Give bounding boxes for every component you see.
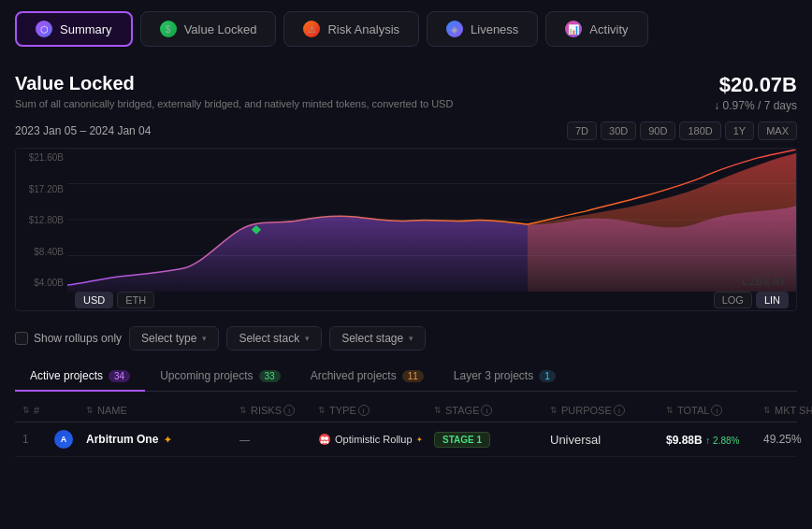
svg-point-7	[321, 441, 324, 444]
header-mktshare[interactable]: ⇅ MKT SHARE i	[763, 405, 812, 416]
stage-badge: STAGE 1	[434, 432, 490, 448]
header-total[interactable]: ⇅ TOTAL i	[666, 405, 760, 416]
currency-btn-usd[interactable]: USD	[75, 292, 113, 308]
project-tab-upcoming-label: Upcoming projects	[160, 369, 253, 382]
currency-btn-eth[interactable]: ETH	[117, 292, 154, 308]
select-stage-dropdown[interactable]: Select stage ▾	[329, 326, 426, 350]
project-tab-active[interactable]: Active projects 34	[15, 362, 145, 392]
activity-icon: 📊	[565, 21, 582, 37]
select-stage-chevron: ▾	[409, 334, 413, 343]
valuelocked-icon: $	[160, 21, 177, 37]
time-btn-7d[interactable]: 7D	[567, 122, 597, 140]
header-type-label: TYPE	[329, 405, 356, 416]
time-btn-90d[interactable]: 90D	[640, 122, 675, 140]
rollups-only-label: Show rollups only	[34, 332, 122, 345]
project-tab-active-label: Active projects	[30, 369, 103, 382]
svg-point-5	[321, 436, 325, 440]
row-purpose: Universal	[550, 433, 662, 447]
header-rank[interactable]: ⇅ #	[22, 405, 51, 416]
tab-riskanalysis[interactable]: ⚠ Risk Analysis	[283, 11, 419, 47]
project-tab-layer3[interactable]: Layer 3 projects 1	[439, 362, 571, 392]
scale-btn-log[interactable]: LOG	[714, 292, 752, 308]
y-label-3: $12.80B	[20, 215, 64, 225]
select-type-label: Select type	[141, 332, 196, 345]
select-stack-dropdown[interactable]: Select stack ▾	[226, 326, 322, 350]
vl-change-period: / 7 days	[758, 99, 797, 112]
row-mkt-share: 49.25%	[763, 433, 812, 446]
chart-controls: 2023 Jan 05 – 2024 Jan 04 7D 30D 90D 180…	[15, 122, 797, 140]
header-name[interactable]: ⇅ NAME	[86, 405, 236, 416]
header-name-label: NAME	[97, 405, 127, 416]
header-mktshare-label: MKT SHARE	[775, 405, 812, 416]
optimistic-rollup-icon	[318, 433, 331, 446]
stage-info-icon: i	[481, 405, 492, 416]
vl-change: ↓ 0.97% / 7 days	[714, 99, 797, 112]
y-label-5: $4.00B	[20, 278, 64, 288]
sort-mkt-icon: ⇅	[763, 406, 771, 415]
table-row[interactable]: 1 A Arbitrum One ✦ — Optimistic Rollup	[15, 422, 797, 457]
header-risks-label: RISKS	[251, 405, 282, 416]
time-btn-180d[interactable]: 180D	[679, 122, 720, 140]
arbitrum-avatar: A	[54, 430, 73, 449]
row-total-value: $9.88B	[666, 434, 703, 447]
risks-info-icon: i	[283, 405, 295, 416]
header-type[interactable]: ⇅ TYPE i	[318, 405, 430, 416]
row-risks: —	[239, 434, 314, 445]
project-tab-archived-label: Archived projects	[311, 369, 397, 382]
value-locked-header: Value Locked Sum of all canonically brid…	[15, 73, 797, 112]
liveness-icon: ◈	[446, 21, 463, 37]
total-info-icon: i	[711, 405, 722, 416]
header-risks[interactable]: ⇅ RISKS i	[239, 405, 314, 416]
project-tab-archived[interactable]: Archived projects 11	[296, 362, 439, 392]
time-btn-1y[interactable]: 1Y	[725, 122, 754, 140]
y-label-4: $8.40B	[20, 247, 64, 257]
type-info-icon: i	[358, 405, 370, 416]
row-total-change: ↑ 2.88%	[705, 436, 739, 446]
tab-liveness-label: Liveness	[471, 22, 518, 36]
tab-valuelocked-label: Value Locked	[184, 22, 257, 36]
nav-tabs: ⬡ Summary $ Value Locked ⚠ Risk Analysis…	[0, 0, 812, 58]
tab-summary[interactable]: ⬡ Summary	[15, 11, 133, 47]
chart-y-labels: $21.60B $17.20B $12.80B $8.40B $4.00B	[16, 149, 67, 292]
time-btn-max[interactable]: MAX	[758, 122, 797, 140]
chart-container: $21.60B $17.20B $12.80B $8.40B $4.00B	[15, 148, 797, 311]
sort-stage-icon: ⇅	[434, 406, 442, 415]
verified-icon: ✦	[164, 435, 171, 445]
select-type-chevron: ▾	[202, 334, 207, 343]
header-stage-label: STAGE	[445, 405, 479, 416]
select-type-dropdown[interactable]: Select type ▾	[129, 326, 219, 350]
tab-activity[interactable]: 📊 Activity	[545, 11, 647, 47]
scale-btn-lin[interactable]: LIN	[756, 292, 789, 308]
select-stack-chevron: ▾	[305, 334, 310, 343]
scale-buttons: LOG LIN	[714, 292, 789, 308]
header-stage[interactable]: ⇅ STAGE i	[434, 405, 546, 416]
sort-name-icon: ⇅	[86, 406, 94, 415]
currency-buttons: USD ETH	[75, 292, 154, 308]
projects-table: ⇅ # ⇅ NAME ⇅ RISKS i ⇅ TYPE i ⇅ STAGE i	[15, 399, 797, 457]
summary-icon: ⬡	[36, 21, 52, 37]
project-tab-active-badge: 34	[109, 370, 130, 382]
purpose-info-icon: i	[614, 405, 625, 416]
chart-svg	[67, 149, 796, 292]
header-purpose-label: PURPOSE	[561, 405, 612, 416]
chart-svg-area[interactable]	[67, 149, 796, 292]
row-stage: STAGE 1	[434, 432, 546, 448]
rollups-only-checkbox[interactable]: Show rollups only	[15, 332, 122, 345]
project-tabs: Active projects 34 Upcoming projects 33 …	[15, 362, 797, 392]
row-type: Optimistic Rollup ✦	[318, 433, 430, 446]
tab-liveness[interactable]: ◈ Liveness	[427, 11, 538, 47]
svg-point-6	[325, 436, 328, 440]
tab-riskanalysis-label: Risk Analysis	[327, 22, 399, 36]
vl-amount-section: $20.07B ↓ 0.97% / 7 days	[714, 73, 797, 112]
row-total: $9.88B ↑ 2.88%	[666, 433, 760, 447]
svg-point-8	[324, 441, 326, 444]
sort-total-icon: ⇅	[666, 406, 674, 415]
row-name-text: Arbitrum One	[86, 433, 158, 446]
project-tab-upcoming[interactable]: Upcoming projects 33	[145, 362, 296, 392]
main-content: Value Locked Sum of all canonically brid…	[0, 73, 812, 472]
time-btn-30d[interactable]: 30D	[601, 122, 636, 140]
row-type-label: Optimistic Rollup	[335, 434, 413, 445]
header-purpose[interactable]: ⇅ PURPOSE i	[550, 405, 662, 416]
header-rank-label: #	[34, 405, 39, 416]
tab-valuelocked[interactable]: $ Value Locked	[140, 11, 277, 47]
